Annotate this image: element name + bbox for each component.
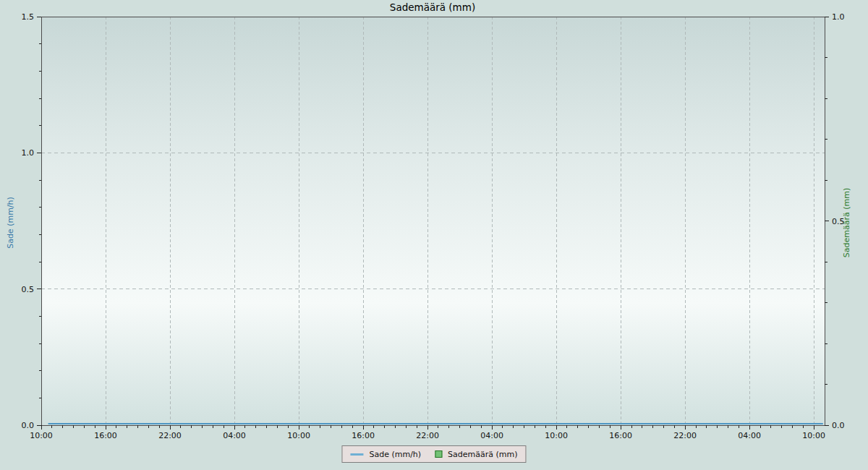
x-tick-label: 10:00 [802, 431, 825, 440]
y-axis-right-title: Sademäärä (mm) [842, 188, 851, 257]
y-left-tick-label: 1.0 [22, 148, 35, 158]
precipitation-chart: 10:0016:0022:0004:0010:0016:0022:0004:00… [0, 0, 868, 470]
x-tick-label: 22:00 [158, 431, 182, 440]
plot-background [41, 17, 825, 425]
y-axis-left-title: Sade (mm/h) [6, 197, 15, 249]
y-right-tick-label: 1.0 [832, 12, 845, 22]
legend-square-marker-sademaara [435, 450, 442, 458]
y-right-tick-label: 0.0 [832, 421, 845, 430]
x-tick-label: 04:00 [738, 431, 761, 440]
x-tick-label: 10:00 [30, 431, 53, 440]
x-tick-label: 16:00 [94, 431, 117, 440]
x-tick-label: 10:00 [545, 431, 568, 440]
chart-title: Sademäärä (mm) [390, 1, 475, 13]
x-tick-label: 10:00 [287, 431, 310, 440]
x-tick-label: 16:00 [352, 431, 375, 440]
legend: Sade (mm/h) Sademäärä (mm) [341, 445, 526, 463]
y-left-tick-label: 0.0 [22, 421, 35, 430]
x-tick-label: 16:00 [609, 431, 632, 440]
y-left-tick-label: 1.5 [22, 12, 35, 22]
x-tick-label: 04:00 [480, 431, 503, 440]
x-tick-label: 22:00 [673, 431, 697, 440]
y-left-tick-label: 0.5 [22, 285, 35, 294]
legend-line-marker-sade [350, 453, 363, 456]
legend-label-sade: Sade (mm/h) [369, 450, 421, 459]
x-tick-label: 22:00 [416, 431, 439, 440]
x-tick-label: 04:00 [223, 431, 246, 440]
plot-area: 10:0016:0022:0004:0010:0016:0022:0004:00… [0, 0, 868, 470]
legend-label-sademaara: Sademäärä (mm) [448, 450, 517, 459]
